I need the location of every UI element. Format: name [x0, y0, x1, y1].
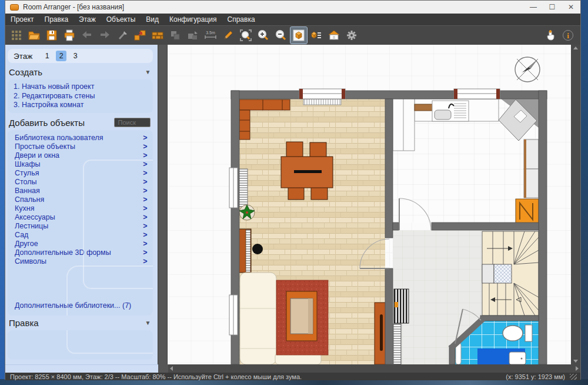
project-grid-icon[interactable]: [8, 27, 25, 44]
category-label: Аксессуары: [15, 213, 55, 222]
category-bedroom[interactable]: Спальня>: [15, 195, 147, 204]
group-objects-icon[interactable]: [185, 27, 201, 44]
horizontal-scrollbar[interactable]: [168, 364, 580, 373]
app-icon: [10, 4, 19, 11]
column[interactable]: [252, 244, 263, 254]
category-user-library[interactable]: Библиотека пользователя>: [15, 134, 147, 142]
zoom-fit-icon[interactable]: [238, 27, 254, 44]
object-list-icon[interactable]: [308, 27, 325, 44]
open-icon[interactable]: [26, 27, 42, 44]
chevron-right-icon: >: [143, 195, 147, 204]
category-accessories[interactable]: Аксессуары>: [15, 213, 147, 222]
kitchen-right-cabinets[interactable]: [524, 140, 539, 198]
create-step-1[interactable]: 1. Начать новый проект: [14, 82, 147, 92]
create-section-header[interactable]: Создать ▼: [5, 65, 158, 79]
wall-editor-icon[interactable]: [132, 27, 148, 44]
additional-libraries-link[interactable]: Дополнительные библиотеки... (7): [15, 300, 147, 312]
category-tables[interactable]: Столы>: [15, 178, 147, 187]
edit-panel: [8, 330, 153, 360]
toolbar: 3.5m i: [5, 25, 580, 45]
category-label: Лестницы: [15, 222, 48, 231]
select-objects-icon[interactable]: [167, 27, 183, 44]
floor-button-1[interactable]: 1: [42, 51, 52, 61]
floor-button-2[interactable]: 2: [56, 51, 66, 61]
category-label: Двери и окна: [15, 151, 59, 160]
category-garden[interactable]: Сад>: [15, 231, 147, 240]
search-input[interactable]: [114, 118, 151, 127]
clean-icon[interactable]: [114, 27, 131, 44]
category-kitchen[interactable]: Кухня>: [15, 204, 147, 213]
cursor-coordinates: (x: 9351 y: 1923 мм): [506, 373, 565, 380]
orange-cabinet[interactable]: [516, 199, 539, 223]
category-chairs[interactable]: Стулья>: [15, 169, 147, 178]
view-3d-icon[interactable]: [290, 27, 307, 44]
bricks-icon[interactable]: [149, 27, 166, 44]
undo-icon[interactable]: [79, 27, 95, 44]
category-bathroom[interactable]: Ванная>: [15, 187, 147, 195]
create-step-3[interactable]: 3. Настройка комнат: [14, 101, 147, 110]
radiator[interactable]: [303, 99, 341, 105]
add-objects-section-header[interactable]: Добавить объекты: [5, 115, 158, 130]
floor-button-3[interactable]: 3: [70, 51, 81, 61]
minimize-button[interactable]: —: [524, 1, 543, 14]
edit-section-header[interactable]: Правка ▼: [5, 316, 158, 330]
chevron-right-icon: >: [143, 142, 147, 151]
toilet[interactable]: [503, 326, 523, 341]
floor-selector: Этаж 1 2 3: [8, 49, 153, 63]
save-icon[interactable]: [44, 27, 60, 44]
category-other[interactable]: Другое>: [15, 240, 147, 248]
zoom-out-icon[interactable]: [273, 27, 289, 44]
chevron-right-icon: >: [143, 240, 147, 248]
category-label: Стулья: [15, 169, 39, 178]
create-step-2[interactable]: 2. Редактировать стены: [14, 92, 147, 101]
maximize-button[interactable]: ☐: [543, 1, 562, 14]
bath-sink[interactable]: [509, 352, 526, 364]
menu-help[interactable]: Справка: [222, 14, 260, 25]
scroll-down-arrow[interactable]: [573, 360, 578, 363]
plant[interactable]: [239, 205, 255, 220]
chevron-right-icon: >: [143, 213, 147, 222]
collapse-arrow-icon[interactable]: ▼: [145, 69, 151, 75]
print-icon[interactable]: [61, 27, 78, 44]
category-doors-windows[interactable]: Двери и окна>: [15, 151, 147, 160]
category-label: Столы: [15, 178, 37, 187]
bookshelf[interactable]: [238, 229, 251, 273]
pointer-icon[interactable]: [542, 27, 559, 44]
staircase[interactable]: [482, 231, 539, 316]
pencil-icon[interactable]: [220, 27, 236, 44]
info-icon[interactable]: i: [560, 27, 576, 44]
chevron-right-icon: >: [143, 178, 147, 187]
walls-3d-icon[interactable]: [326, 27, 342, 44]
shelf-unit[interactable]: [239, 169, 248, 207]
category-label: Кухня: [15, 204, 34, 213]
category-symbols[interactable]: Символы>: [15, 257, 147, 266]
category-stairs[interactable]: Лестницы>: [15, 222, 147, 231]
menu-floor[interactable]: Этаж: [74, 14, 101, 25]
scroll-up-arrow[interactable]: [573, 47, 578, 49]
menu-view[interactable]: Вид: [141, 14, 164, 25]
title-bar[interactable]: Room Arranger - [без названия] — ☐ ✕: [5, 1, 580, 14]
kitchen-sink[interactable]: [432, 101, 469, 121]
sidebar-divider[interactable]: [158, 45, 168, 364]
menu-project[interactable]: Проект: [5, 14, 39, 25]
measure-icon[interactable]: 3.5m: [202, 27, 219, 44]
settings-icon[interactable]: [343, 27, 360, 44]
category-wardrobes[interactable]: Шкафы>: [15, 160, 147, 169]
zoom-in-icon[interactable]: [255, 27, 272, 44]
redo-icon[interactable]: [96, 27, 113, 44]
resize-grip-icon[interactable]: [570, 374, 577, 380]
category-additional-3d-shapes[interactable]: Дополнительные 3D формы>: [15, 248, 147, 257]
menu-objects[interactable]: Объекты: [101, 14, 141, 25]
floor-plan-canvas[interactable]: [168, 45, 571, 364]
desktop-background: Room Arranger - [без названия] — ☐ ✕ Про…: [0, 0, 588, 385]
hall-ladder-shelf[interactable]: [393, 324, 401, 364]
fireplace[interactable]: [286, 291, 317, 341]
menu-edit[interactable]: Правка: [39, 14, 74, 25]
scroll-right-arrow[interactable]: [576, 366, 579, 371]
menu-configuration[interactable]: Конфигурация: [164, 14, 222, 25]
collapse-arrow-icon[interactable]: ▼: [145, 320, 151, 326]
vertical-scrollbar[interactable]: [571, 45, 580, 364]
close-button[interactable]: ✕: [562, 1, 580, 14]
scroll-left-arrow[interactable]: [170, 366, 173, 371]
category-simple-objects[interactable]: Простые объекты>: [15, 142, 147, 151]
